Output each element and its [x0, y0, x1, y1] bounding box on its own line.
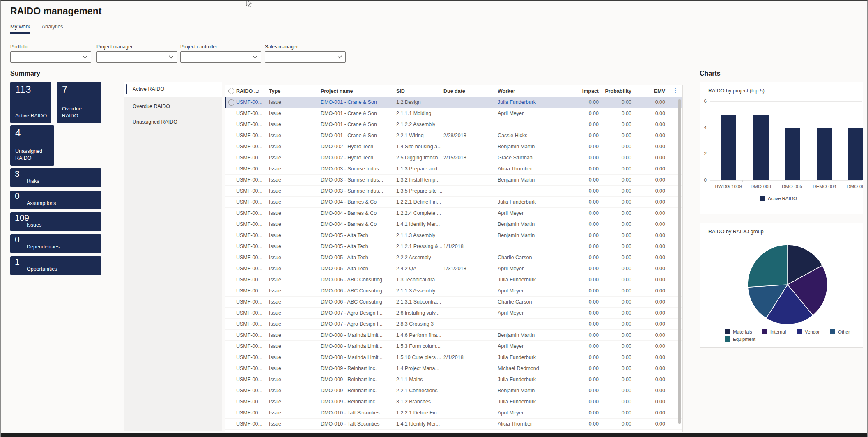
table-row[interactable]: USMF-00...IssueDMO-009 - Reinhart Inc.3.…	[225, 396, 682, 407]
table-row[interactable]: USMF-00...IssueDMO-002 - Hydro Tech2.5 D…	[225, 152, 682, 163]
table-row[interactable]: USMF-00...IssueDMO-001 - Crane & Son2.1.…	[225, 119, 682, 130]
table-row[interactable]: USMF-00...IssueDMO-007 - Agro Design I..…	[225, 319, 682, 330]
summary-tile-active-raido[interactable]: 113Active RAIDO	[10, 82, 51, 123]
table-row[interactable]: USMF-00...IssueDMO-001 - Crane & Son1.2 …	[225, 97, 682, 108]
table-row[interactable]: USMF-00...IssueDMO-004 - Barnes & Co1.2.…	[225, 197, 682, 208]
table-row[interactable]: USMF-00...IssueDMO-006 - ABC Consuting2.…	[225, 285, 682, 297]
tab-analytics[interactable]: Analytics	[41, 23, 63, 34]
filter-combobox[interactable]	[10, 51, 91, 63]
list-nav-item-active-raido[interactable]: Active RAIDO	[124, 82, 222, 97]
legend-item-materials[interactable]: Materials	[725, 329, 752, 334]
table-row[interactable]: USMF-00...IssueDMO-005 - Alta Tech2.4.2 …	[225, 263, 682, 274]
table-row[interactable]: USMF-00...IssueDMO-004 - Barnes & Co1.4.…	[225, 219, 682, 230]
table-row[interactable]: USMF-00...IssueDMO-005 - Alta Tech2.1.1.…	[225, 230, 682, 241]
filter-combobox[interactable]	[265, 51, 346, 63]
table-row[interactable]: USMF-00...IssueDMO-004 - Barnes & Co1.2.…	[225, 208, 682, 219]
raido-grid: RAIDO ...TypeProject nameSIDDue dateWork…	[225, 85, 683, 432]
column-header-type[interactable]: Type	[269, 85, 280, 97]
grid-more-options-icon[interactable]: ⋮	[673, 87, 678, 94]
table-row[interactable]: USMF-00...IssueDMO-010 - Taft Securities…	[225, 407, 682, 419]
cell-type: Issue	[269, 175, 281, 186]
cell-emv: 0.00	[633, 97, 665, 108]
column-header-prob[interactable]: Probability	[599, 85, 631, 97]
cell-sid: 2.1.1.1 Molding	[396, 108, 431, 119]
filter-combobox[interactable]	[96, 51, 177, 63]
table-row[interactable]: USMF-00...IssueDMO-008 - Marinda Limit..…	[225, 330, 682, 341]
tab-my-work[interactable]: My work	[10, 23, 30, 34]
bar-DMO-003[interactable]	[753, 115, 769, 180]
table-row[interactable]: USMF-00...IssueDMO-005 - Alta Tech2.1.2.…	[225, 241, 682, 252]
legend-item-vendor[interactable]: Vendor	[797, 329, 820, 334]
list-nav-item-unassigned-raido[interactable]: Unassigned RAIDO	[124, 114, 222, 130]
table-row[interactable]: USMF-00...IssueDMO-009 - Reinhart Inc.2.…	[225, 374, 682, 385]
cell-worker[interactable]: Julia Funderburk	[498, 97, 536, 108]
legend-item-internal[interactable]: Internal	[762, 329, 786, 334]
summary-tile-risks[interactable]: 3Risks	[10, 168, 101, 187]
cell-sid: 1.2.2.4 Complete ...	[396, 208, 441, 219]
column-header-sid[interactable]: SID	[396, 85, 405, 97]
cell-worker: April Meyer	[498, 341, 524, 352]
cell-probability: 0.00	[599, 175, 631, 186]
cell-probability: 0.00	[599, 108, 631, 119]
table-row[interactable]: USMF-00...IssueDMO-009 - Reinhart Inc.1.…	[225, 363, 682, 374]
legend-item-other[interactable]: Other	[830, 329, 850, 334]
x-axis-category-label: DMO-00	[837, 184, 863, 189]
bar-BWDG-1009[interactable]	[721, 115, 736, 180]
cell-sid: 1.5.3 Form colum...	[396, 341, 441, 352]
cell-probability: 0.00	[599, 352, 631, 363]
column-header-emv[interactable]: EMV	[633, 85, 665, 97]
summary-tile-opportunities[interactable]: 1Opportunities	[10, 256, 101, 275]
cell-raido-id[interactable]: USMF-00...	[236, 97, 262, 108]
cell-type: Issue	[269, 252, 281, 263]
cell-sid: 2.6 Installing valv...	[396, 308, 439, 319]
cell-impact: 0.00	[566, 419, 599, 430]
summary-tile-issues[interactable]: 109Issues	[10, 212, 101, 231]
cell-raido-id: USMF-00...	[236, 263, 262, 274]
table-row[interactable]: USMF-00...IssueDMO-006 - ABC Consuting1.…	[225, 274, 682, 285]
filter-combobox[interactable]	[180, 51, 261, 63]
table-row[interactable]: USMF-00...IssueDMO-003 - Sunrise Indus..…	[225, 163, 682, 175]
table-row[interactable]: USMF-00...IssueDMO-006 - ABC Consuting2.…	[225, 297, 682, 308]
legend-item-active-raido[interactable]: Active RAIDO	[760, 196, 797, 201]
table-row[interactable]: USMF-00...IssueDMO-007 - Agro Design I..…	[225, 308, 682, 319]
legend-label: Vendor	[805, 329, 820, 334]
bar-DEMO-004[interactable]	[817, 128, 832, 180]
table-row[interactable]: USMF-00...IssueDMO-002 - Hydro Tech1.4 S…	[225, 141, 682, 152]
summary-tile-overdue-raido[interactable]: 7Overdue RAIDO	[57, 82, 101, 123]
table-row[interactable]: USMF-00...IssueDMO-001 - Crane & Son2.1.…	[225, 108, 682, 119]
cell-impact: 0.00	[566, 130, 599, 141]
table-row[interactable]: USMF-00...IssueDMO-005 - Alta Tech2.2.2 …	[225, 252, 682, 263]
cell-worker: Benjamin Martin	[498, 141, 535, 152]
table-row[interactable]: USMF-00...IssueDMO-008 - Marinda Limit..…	[225, 341, 682, 352]
legend-item-equipment[interactable]: Equipment	[725, 336, 755, 342]
radio-circle	[228, 99, 234, 106]
table-row[interactable]: USMF-00...IssueDMO-003 - Sunrise Indus..…	[225, 186, 682, 197]
column-header-raido[interactable]: RAIDO ...	[236, 85, 258, 97]
cell-worker: April Meyer	[498, 208, 524, 219]
bar-DMO-00[interactable]	[848, 128, 863, 180]
cell-raido-id: USMF-00...	[236, 308, 262, 319]
table-row[interactable]: USMF-00...IssueDMO-009 - Reinhart Inc.2.…	[225, 385, 682, 396]
summary-tile-unassigned-raido[interactable]: 4Unassigned RAIDO	[10, 125, 54, 166]
list-nav-item-overdue-raido[interactable]: Overdue RAIDO	[124, 99, 222, 114]
mouse-cursor	[246, 0, 252, 8]
grid-vertical-scrollbar[interactable]	[678, 99, 681, 424]
pie-slice-equipment[interactable]	[748, 245, 788, 287]
column-header-worker[interactable]: Worker	[498, 85, 515, 97]
column-header-due[interactable]: Due date	[443, 85, 465, 97]
table-row[interactable]: USMF-00...IssueDMO-008 - Marinda Limit..…	[225, 352, 682, 363]
column-header-project[interactable]: Project name	[321, 85, 353, 97]
table-row[interactable]: USMF-00...IssueDMO-003 - Sunrise Indus..…	[225, 175, 682, 186]
bar-DMO-005[interactable]	[785, 128, 800, 180]
cell-type: Issue	[269, 119, 281, 130]
view-tabs: My workAnalytics	[10, 23, 63, 34]
cell-project-name[interactable]: DMO-001 - Crane & Son	[321, 97, 377, 108]
cell-project-name: DMO-002 - Hydro Tech	[321, 141, 373, 152]
table-row[interactable]: USMF-00...IssueDMO-001 - Crane & Son2.2.…	[225, 130, 682, 141]
cell-impact: 0.00	[566, 308, 599, 319]
table-row[interactable]: USMF-00...IssueDMO-010 - Taft Securities…	[225, 419, 682, 430]
summary-tile-dependencies[interactable]: 0Dependencies	[10, 234, 101, 253]
summary-tile-assumptions[interactable]: 0Assumptions	[10, 191, 101, 209]
column-header-impact[interactable]: Impact	[566, 85, 599, 97]
cell-due-date: 1/1/2018	[443, 241, 464, 252]
